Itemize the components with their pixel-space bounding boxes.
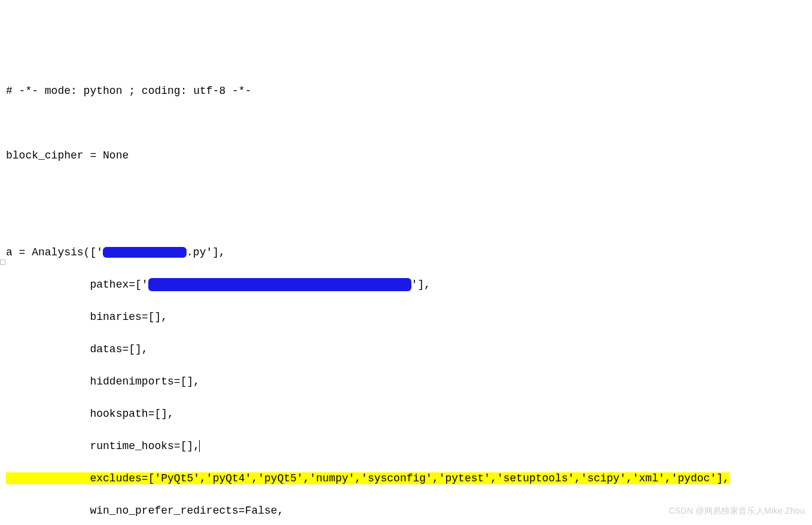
- code-line: [6, 180, 806, 196]
- code-line-highlighted: excludes=['PyQt5','pyQt4','pyQt5','numpy…: [6, 471, 806, 487]
- code-text: pathex=[': [6, 279, 148, 291]
- highlight: excludes=['PyQt5','pyQt4','pyQt5','numpy…: [6, 472, 729, 484]
- code-line: hiddenimports=[],: [6, 374, 806, 390]
- code-block: # -*- mode: python ; coding: utf-8 -*- b…: [0, 65, 812, 525]
- code-line: hookspath=[],: [6, 406, 806, 422]
- code-text: .py'],: [187, 246, 225, 258]
- code-line: datas=[],: [6, 341, 806, 358]
- redaction-bar: [148, 278, 411, 291]
- code-line: [6, 115, 806, 132]
- code-line: [6, 212, 806, 228]
- code-text: runtime_hooks=[],: [6, 440, 200, 452]
- code-line: # -*- mode: python ; coding: utf-8 -*-: [6, 83, 806, 99]
- text-cursor: [199, 440, 200, 452]
- redaction-bar: [103, 247, 187, 258]
- code-line: block_cipher = None: [6, 148, 806, 164]
- code-line: pathex=[''],: [6, 277, 806, 293]
- code-line: binaries=[],: [6, 309, 806, 325]
- code-text: a = Analysis([': [6, 246, 103, 258]
- watermark-text: CSDN @网易独家音乐人Mike Zhou: [668, 503, 805, 519]
- code-text: '],: [411, 279, 431, 291]
- code-line: a = Analysis(['.py'],: [6, 245, 806, 261]
- code-line: runtime_hooks=[],: [6, 438, 806, 454]
